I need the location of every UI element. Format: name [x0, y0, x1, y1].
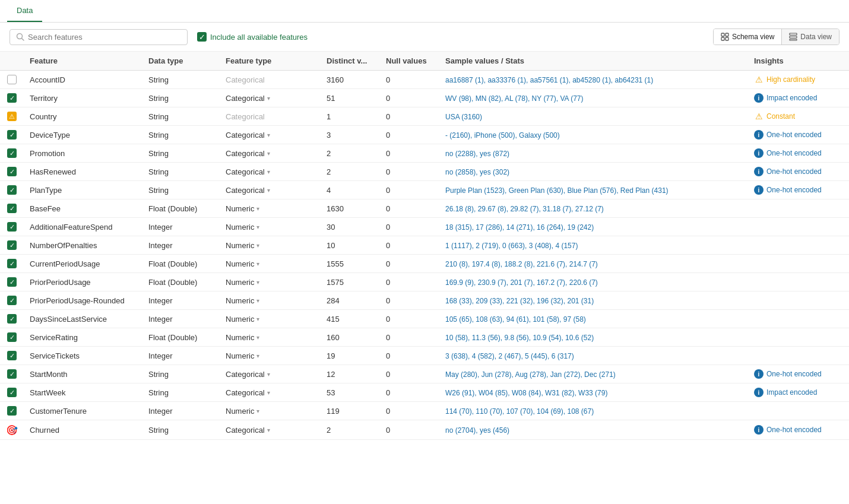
feature-type-cell: Categorical▾ [220, 181, 321, 199]
row-checkbox[interactable]: ✓ [7, 369, 17, 379]
sample-value: 169.9 (9), 230.9 (7), 201 (7), 167.2 (7)… [439, 273, 748, 291]
row-checkbox[interactable]: ✓ [7, 406, 17, 416]
data-view-button[interactable]: Data view [781, 29, 839, 45]
dropdown-arrow-icon[interactable]: ▾ [267, 427, 270, 433]
feature-type-value: Numeric [226, 407, 254, 416]
dropdown-arrow-icon[interactable]: ▾ [267, 187, 270, 194]
feature-name: CustomerTenure [24, 402, 142, 420]
sample-value: no (2858), yes (302) [439, 163, 748, 181]
null-value: 0 [380, 255, 439, 273]
row-checkbox[interactable]: 🎯 [7, 424, 17, 435]
row-checkbox[interactable]: ✓ [7, 259, 17, 268]
table-row: ✓ Territory String Categorical▾ 51 0 WV … [0, 89, 849, 107]
table-row: 🎯 Churned String Categorical▾ 2 0 no (27… [0, 420, 849, 440]
dropdown-arrow-icon[interactable]: ▾ [256, 205, 259, 212]
search-icon [16, 33, 24, 41]
feature-type-value: Categorical [226, 186, 265, 195]
dropdown-arrow-icon[interactable]: ▾ [256, 261, 259, 267]
distinct-value: 10 [321, 236, 380, 255]
dropdown-arrow-icon[interactable]: ▾ [256, 242, 259, 249]
insight-info-icon: i [754, 185, 764, 195]
dropdown-arrow-icon[interactable]: ▾ [256, 297, 259, 304]
col-header-feature: Feature [24, 52, 142, 71]
dropdown-arrow-icon[interactable]: ▾ [267, 371, 270, 378]
feature-type-value: Categorical [226, 388, 265, 397]
include-features-toggle[interactable]: ✓ Include all available features [197, 32, 308, 42]
data-type-value: String [142, 181, 220, 199]
row-checkbox[interactable]: ✓ [7, 240, 17, 250]
dropdown-arrow-icon[interactable]: ▾ [256, 224, 259, 230]
dropdown-arrow-icon[interactable]: ▾ [256, 334, 259, 341]
feature-type-value: Numeric [226, 296, 254, 305]
feature-name: PriorPeriodUsage-Rounded [24, 291, 142, 310]
data-type-value: Integer [142, 310, 220, 328]
row-checkbox[interactable]: ✓ [7, 185, 17, 195]
col-header-insights: Insights [748, 52, 849, 71]
insight-info-icon: i [754, 369, 764, 379]
svg-rect-8 [790, 39, 797, 40]
distinct-value: 2 [321, 163, 380, 181]
row-checkbox[interactable]: ✓ [7, 167, 17, 176]
sample-value: - (2160), iPhone (500), Galaxy (500) [439, 126, 748, 144]
dropdown-arrow-icon[interactable]: ▾ [256, 353, 259, 359]
svg-rect-7 [790, 36, 797, 38]
feature-type-value: Numeric [226, 259, 254, 268]
row-checkbox[interactable]: ✓ [7, 148, 17, 158]
sample-value: 26.18 (8), 29.67 (8), 29.82 (7), 31.18 (… [439, 199, 748, 218]
table-row: ✓ HasRenewed String Categorical▾ 2 0 no … [0, 163, 849, 181]
dropdown-arrow-icon[interactable]: ▾ [256, 316, 259, 322]
dropdown-arrow-icon[interactable]: ▾ [256, 279, 259, 286]
schema-view-button[interactable]: Schema view [714, 29, 781, 45]
dropdown-arrow-icon[interactable]: ▾ [267, 150, 270, 157]
col-header-distinct: Distinct v... [321, 52, 380, 71]
null-value: 0 [380, 71, 439, 89]
row-checkbox[interactable]: ⚠ [7, 112, 17, 121]
dropdown-arrow-icon[interactable]: ▾ [267, 132, 270, 138]
search-box [9, 29, 188, 45]
table-row: ✓ AdditionalFeatureSpend Integer Numeric… [0, 218, 849, 236]
tab-data[interactable]: Data [7, 0, 42, 22]
data-type-value: Integer [142, 218, 220, 236]
row-checkbox[interactable]: ✓ [7, 222, 17, 232]
feature-type-value: Numeric [226, 241, 254, 250]
row-checkbox[interactable]: ✓ [7, 130, 17, 140]
null-value: 0 [380, 144, 439, 163]
feature-type-value: Categorical [226, 370, 265, 379]
search-input[interactable] [28, 33, 181, 42]
null-value: 0 [380, 236, 439, 255]
data-type-value: Integer [142, 236, 220, 255]
data-view-label: Data view [800, 33, 832, 41]
distinct-value: 415 [321, 310, 380, 328]
row-checkbox[interactable]: ✓ [7, 204, 17, 213]
row-checkbox[interactable]: ✓ [7, 314, 17, 324]
null-value: 0 [380, 420, 439, 440]
dropdown-arrow-icon[interactable]: ▾ [267, 389, 270, 396]
insight-cell: ⚠Constant [748, 107, 849, 126]
dropdown-arrow-icon[interactable]: ▾ [256, 408, 259, 414]
data-type-value: String [142, 163, 220, 181]
sample-value: 1 (1117), 2 (719), 0 (663), 3 (408), 4 (… [439, 236, 748, 255]
data-type-value: Integer [142, 291, 220, 310]
feature-type-cell: Numeric▾ [220, 255, 321, 273]
row-checkbox[interactable]: ✓ [7, 351, 17, 360]
dropdown-arrow-icon[interactable]: ▾ [267, 95, 270, 102]
insight-cell: iOne-hot encoded [748, 126, 849, 144]
feature-type-value: Categorical [226, 167, 265, 176]
row-checkbox[interactable] [7, 75, 17, 84]
row-checkbox[interactable]: ✓ [7, 93, 17, 103]
sample-value: no (2704), yes (456) [439, 420, 748, 440]
sample-value: 168 (33), 209 (33), 221 (32), 196 (32), … [439, 291, 748, 310]
row-checkbox[interactable]: ✓ [7, 332, 17, 342]
insight-cell [748, 310, 849, 328]
feature-name: PlanType [24, 181, 142, 199]
row-checkbox[interactable]: ✓ [7, 296, 17, 305]
row-checkbox[interactable]: ✓ [7, 388, 17, 397]
col-header-datatype: Data type [142, 52, 220, 71]
data-type-value: String [142, 365, 220, 383]
insight-cell [748, 402, 849, 420]
row-checkbox[interactable]: ✓ [7, 277, 17, 287]
insight-cell: iOne-hot encoded [748, 365, 849, 383]
insight-label: Constant [766, 112, 795, 121]
dropdown-arrow-icon[interactable]: ▾ [267, 169, 270, 175]
svg-rect-2 [721, 33, 724, 36]
